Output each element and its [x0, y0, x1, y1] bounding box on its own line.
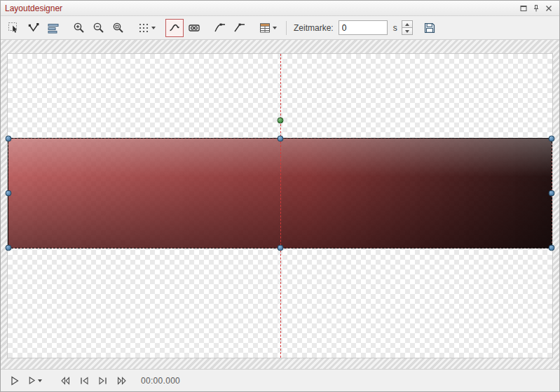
smooth-curve-button[interactable] — [211, 19, 229, 37]
go-to-end-button[interactable] — [95, 372, 111, 389]
resize-handle-top-left[interactable] — [6, 136, 12, 142]
pin-button[interactable] — [530, 3, 542, 14]
grid-dropdown-caret-icon — [151, 27, 156, 29]
pin-icon — [532, 4, 540, 13]
spinner-down-button[interactable] — [402, 28, 413, 35]
keyframe-table-icon — [259, 22, 271, 34]
grid-options-button[interactable] — [135, 19, 158, 37]
go-to-start-button[interactable] — [76, 372, 93, 389]
go-to-end-icon — [97, 375, 109, 386]
go-to-start-icon — [78, 375, 90, 386]
resize-handle-middle-right[interactable] — [549, 190, 555, 197]
zeitmarke-spinner — [402, 20, 413, 35]
select-tool-button[interactable] — [5, 19, 23, 37]
resize-handle-bottom-right[interactable] — [549, 245, 555, 251]
zoom-in-icon — [73, 22, 86, 34]
curve-point-select-button[interactable] — [25, 19, 43, 37]
zeitmarke-input[interactable] — [339, 20, 388, 35]
zoom-out-button[interactable] — [90, 19, 108, 37]
close-icon — [545, 4, 553, 13]
toolbar-separator — [286, 21, 287, 35]
resize-handle-top-center[interactable] — [277, 136, 283, 142]
titlebar[interactable]: Layoutdesigner — [1, 1, 559, 16]
play-options-button[interactable] — [25, 372, 44, 389]
save-icon — [423, 22, 436, 34]
smooth-curve-icon — [214, 22, 226, 34]
skip-back-button[interactable] — [57, 372, 74, 389]
align-rows-button[interactable] — [44, 19, 62, 37]
linear-curve-button[interactable] — [231, 19, 249, 37]
resize-handle-top-right[interactable] — [549, 136, 555, 142]
transport-bar: 00:00.000 — [1, 369, 559, 391]
maximize-icon — [519, 4, 528, 13]
rotation-anchor-handle[interactable] — [277, 118, 283, 124]
curve-point-select-icon — [27, 22, 40, 34]
zoom-original-button[interactable] — [109, 19, 128, 37]
select-tool-icon — [8, 22, 20, 34]
keyframe-table-button[interactable] — [257, 19, 279, 37]
spinner-down-icon — [405, 30, 409, 33]
zeitmarke-label: Zeitmarke: — [294, 23, 334, 33]
canvas-surround — [1, 40, 559, 369]
layout-canvas[interactable] — [7, 53, 553, 358]
zoom-original-icon — [112, 22, 125, 34]
layoutdesigner-window: Layoutdesigner — [0, 0, 560, 392]
skip-back-icon — [60, 375, 71, 386]
time-display: 00:00.000 — [141, 376, 180, 386]
resize-handle-bottom-center[interactable] — [277, 245, 283, 251]
resize-handle-middle-left[interactable] — [6, 190, 12, 197]
resize-handle-bottom-left[interactable] — [6, 245, 12, 251]
window-title: Layoutdesigner — [5, 4, 62, 13]
save-button[interactable] — [421, 19, 439, 37]
play-button[interactable] — [6, 372, 23, 389]
align-rows-icon — [47, 22, 60, 34]
play-icon — [9, 375, 20, 386]
close-button[interactable] — [542, 3, 555, 14]
maximize-button[interactable] — [517, 3, 530, 14]
motion-path-mode-button[interactable] — [165, 19, 184, 37]
motion-path-icon — [168, 22, 181, 34]
play-small-icon — [27, 376, 36, 385]
camera-icon — [188, 22, 200, 34]
spinner-up-icon — [405, 23, 409, 26]
zeitmarke-unit: s — [393, 23, 397, 33]
linear-curve-icon — [233, 22, 246, 34]
zoom-out-icon — [93, 22, 105, 34]
grid-icon — [137, 22, 150, 34]
zoom-in-button[interactable] — [70, 19, 88, 37]
skip-forward-button[interactable] — [114, 372, 130, 389]
skip-forward-icon — [116, 375, 128, 386]
camera-pan-button[interactable] — [185, 19, 203, 37]
play-dropdown-caret-icon — [38, 379, 42, 382]
spinner-up-button[interactable] — [402, 20, 413, 28]
center-guide-line — [280, 54, 281, 358]
toolbar: Zeitmarke: s — [1, 16, 559, 40]
table-dropdown-caret-icon — [273, 27, 277, 29]
